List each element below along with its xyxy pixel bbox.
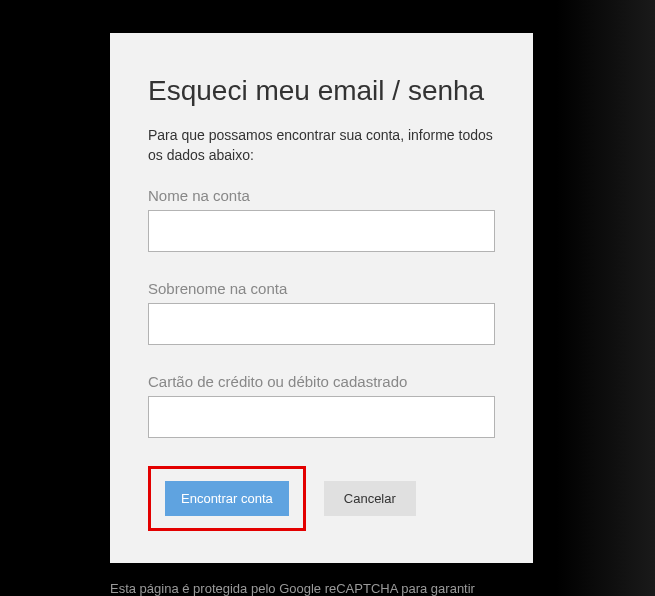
forgot-credentials-card: Esqueci meu email / senha Para que possa…: [110, 33, 533, 563]
page-title: Esqueci meu email / senha: [148, 73, 495, 108]
recaptcha-notice: Esta página é protegida pelo Google reCA…: [110, 577, 533, 596]
card-input[interactable]: [148, 396, 495, 438]
last-name-input[interactable]: [148, 303, 495, 345]
cancel-button[interactable]: Cancelar: [324, 481, 416, 516]
find-account-button[interactable]: Encontrar conta: [165, 481, 289, 516]
first-name-label: Nome na conta: [148, 187, 495, 204]
card-label: Cartão de crédito ou débito cadastrado: [148, 373, 495, 390]
first-name-input[interactable]: [148, 210, 495, 252]
first-name-group: Nome na conta: [148, 187, 495, 252]
instructions-text: Para que possamos encontrar sua conta, i…: [148, 126, 495, 165]
card-group: Cartão de crédito ou débito cadastrado: [148, 373, 495, 438]
last-name-group: Sobrenome na conta: [148, 280, 495, 345]
button-row: Encontrar conta Cancelar: [148, 466, 495, 531]
highlight-annotation: Encontrar conta: [148, 466, 306, 531]
last-name-label: Sobrenome na conta: [148, 280, 495, 297]
